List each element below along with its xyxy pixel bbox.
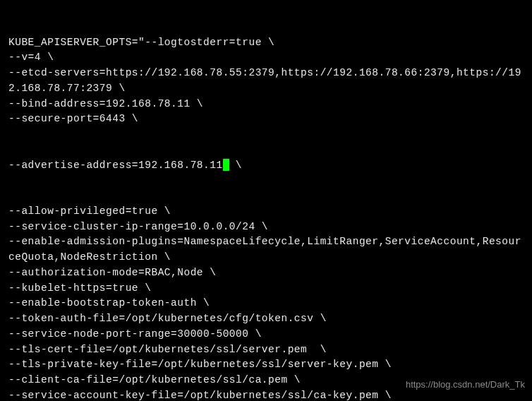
terminal-line: --tls-private-key-file=/opt/kubernetes/s… xyxy=(8,357,524,373)
terminal-line: --tls-cert-file=/opt/kubernetes/ssl/serv… xyxy=(8,342,524,358)
cursor-line-before: --advertise-address=192.168.78.11 xyxy=(8,160,223,171)
terminal-line: --allow-privileged=true \ xyxy=(8,204,524,220)
watermark-text: https://blog.csdn.net/Dark_Tk xyxy=(406,378,525,392)
terminal-viewport[interactable]: KUBE_APISERVER_OPTS="--logtostderr=true … xyxy=(8,4,524,401)
terminal-line: --service-cluster-ip-range=10.0.0.0/24 \ xyxy=(8,220,524,235)
cursor-line-after: \ xyxy=(229,160,242,171)
terminal-line: --etcd-servers=https://192.168.78.55:237… xyxy=(8,66,524,97)
terminal-line-cursor: --advertise-address=192.168.78.11 \ xyxy=(8,158,524,174)
terminal-line: --bind-address=192.168.78.11 \ xyxy=(8,97,524,112)
terminal-line: --kubelet-https=true \ xyxy=(8,281,524,297)
terminal-line: --secure-port=6443 \ xyxy=(8,112,524,127)
terminal-line: --v=4 \ xyxy=(8,50,524,66)
text-cursor xyxy=(223,159,229,171)
terminal-line: KUBE_APISERVER_OPTS="--logtostderr=true … xyxy=(8,35,524,51)
terminal-line: --token-auth-file=/opt/kubernetes/cfg/to… xyxy=(8,311,524,327)
terminal-line: --authorization-mode=RBAC,Node \ xyxy=(8,265,524,281)
terminal-line: --enable-admission-plugins=NamespaceLife… xyxy=(8,234,524,265)
terminal-line: --service-node-port-range=30000-50000 \ xyxy=(8,327,524,342)
terminal-line: --enable-bootstrap-token-auth \ xyxy=(8,296,524,311)
